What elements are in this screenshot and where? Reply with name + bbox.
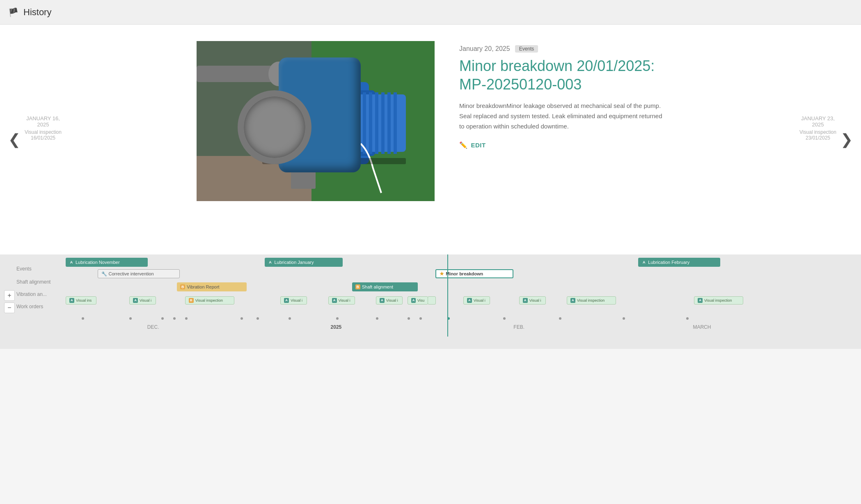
month-feb: FEB. (513, 324, 524, 330)
row-label-shaft: Shaft alignment (16, 276, 66, 288)
icon-a: A (332, 298, 337, 303)
icon-a: A (570, 298, 575, 303)
star-icon: ★ (440, 271, 444, 277)
svg-rect-16 (394, 92, 397, 154)
dot-12 (419, 317, 422, 320)
row-label-workorders: Work orders (16, 300, 66, 313)
icon-b: B (180, 284, 185, 289)
active-timeline-line (447, 254, 448, 337)
next-arrow[interactable]: ❯ (840, 132, 853, 147)
svg-point-4 (268, 62, 289, 86)
vis-chip-4[interactable]: A Visual i (280, 296, 307, 305)
chip-label: Corrective intervention (109, 271, 154, 276)
timeline-grid: A Lubrication November A Lubrication Jan… (66, 254, 861, 337)
vis-chip-11[interactable]: A Visual inspection (694, 296, 743, 305)
event-details: January 20, 2025 Events Minor breakdown … (459, 41, 664, 149)
timeline-dots (66, 317, 861, 322)
event-date: January 20, 2025 (459, 45, 510, 53)
dot-5 (185, 317, 188, 320)
events-main-row: 🔧 Corrective intervention ★ Minor breakd… (66, 269, 861, 279)
icon-a: A (467, 298, 472, 303)
event-image (197, 41, 435, 201)
next-event-date: JANUARY 23, 2025 (797, 115, 838, 128)
dot-11 (408, 317, 410, 320)
svg-point-22 (271, 141, 274, 144)
svg-point-25 (301, 109, 330, 137)
vis-chip-9[interactable]: A Visual i (519, 296, 546, 305)
dot-7 (256, 317, 259, 320)
icon-a: A (284, 298, 289, 303)
vis-chip-10[interactable]: A Visual inspection (567, 296, 616, 305)
zoom-in-button[interactable]: + (4, 290, 15, 301)
icon-a: A (69, 298, 74, 303)
icon-b: B (189, 298, 194, 303)
svg-point-20 (271, 108, 274, 112)
dot-3 (161, 317, 164, 320)
edit-button[interactable]: ✏️ EDIT (459, 141, 486, 149)
dot-1 (82, 317, 84, 320)
vibration-row: B Vibration Report (66, 282, 861, 292)
dot-2 (129, 317, 132, 320)
dot-9 (336, 317, 339, 320)
chip-vibration-report[interactable]: B Vibration Report (177, 282, 247, 291)
svg-rect-10 (357, 92, 360, 154)
month-2025: 2025 (331, 324, 342, 330)
dot-13 (503, 317, 506, 320)
vis-chip-3[interactable]: B Visual inspection (185, 296, 234, 305)
timeline-row-labels: Events Shaft alignment Vibration an... W… (16, 254, 66, 349)
svg-point-19 (271, 102, 274, 105)
prev-arrow[interactable]: ❮ (8, 132, 21, 147)
vis-chip-5[interactable]: A Visual i (328, 296, 355, 305)
next-event-label: JANUARY 23, 2025 Visual inspection 23/01… (797, 115, 838, 141)
icon-a: A (133, 298, 138, 303)
row-label-vibration: Vibration an... (16, 288, 66, 300)
page-title: History (23, 7, 51, 18)
dot-6 (240, 317, 243, 320)
event-description: Minor breakdownMinor leakage observed at… (459, 101, 664, 131)
chip-label: Minor breakdown (446, 271, 483, 276)
wrench-icon: 🔧 (101, 271, 107, 277)
prev-event-name: Visual inspection 16/01/2025 (23, 129, 64, 141)
vis-chip-8[interactable]: A Visual i (463, 296, 490, 305)
svg-rect-8 (344, 92, 348, 154)
svg-point-17 (264, 99, 281, 148)
event-date-row: January 20, 2025 Events (459, 45, 664, 53)
icon-a: A (698, 298, 703, 303)
svg-rect-23 (291, 156, 316, 189)
svg-rect-13 (375, 92, 378, 154)
prev-event-label: JANUARY 16, 2025 Visual inspection 16/01… (23, 115, 64, 141)
svg-rect-14 (381, 92, 385, 154)
prev-event-date: JANUARY 16, 2025 (23, 115, 64, 128)
zoom-out-button[interactable]: − (4, 302, 15, 313)
svg-rect-9 (350, 92, 354, 154)
svg-rect-5 (279, 82, 369, 164)
event-badge: Events (515, 45, 538, 53)
row-label-events: Events (16, 263, 66, 275)
vis-chip-6[interactable]: A Visual i (376, 296, 403, 305)
dot-16 (686, 317, 689, 320)
dot-8 (289, 317, 291, 320)
svg-rect-26 (262, 123, 303, 129)
svg-rect-3 (197, 66, 279, 82)
month-march: MARCH (693, 324, 711, 330)
dot-15 (623, 317, 625, 320)
svg-rect-27 (262, 158, 406, 164)
vis-chip-7b[interactable] (428, 296, 436, 305)
event-title: Minor breakdown 20/01/2025: MP-20250120-… (459, 57, 664, 94)
svg-point-21 (271, 135, 274, 138)
vis-chip-1[interactable]: A Visual ins (66, 296, 96, 305)
icon-a: A (380, 298, 385, 303)
flag-icon: 🏴 (8, 7, 18, 17)
chip-corrective-intervention[interactable]: 🔧 Corrective intervention (98, 269, 180, 278)
svg-rect-15 (387, 92, 391, 154)
vis-chip-2[interactable]: A Visual i (129, 296, 156, 305)
header: 🏴 History (0, 0, 861, 25)
svg-rect-11 (363, 92, 366, 154)
chip-label: Vibration Report (187, 284, 219, 289)
vis-chip-7[interactable]: A Visu (408, 296, 428, 305)
svg-rect-12 (369, 92, 372, 154)
icon-a: A (411, 298, 416, 303)
month-labels: DEC. 2025 FEB. MARCH (66, 324, 861, 332)
month-dec: DEC. (147, 324, 159, 330)
next-event-name: Visual inspection 23/01/2025 (797, 129, 838, 141)
